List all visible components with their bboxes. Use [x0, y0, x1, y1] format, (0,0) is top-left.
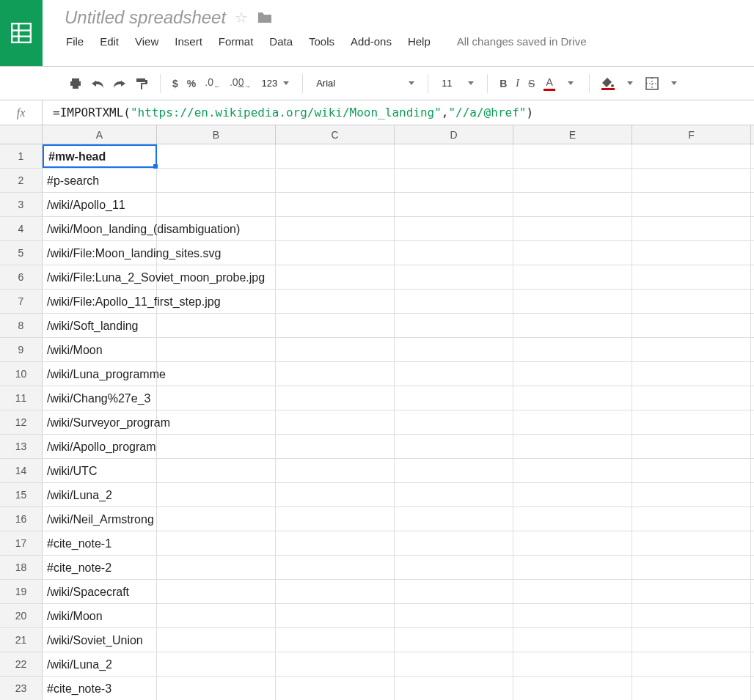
row-header[interactable]: 16 — [0, 507, 43, 531]
col-header-A[interactable]: A — [43, 125, 157, 144]
cell[interactable] — [513, 193, 632, 216]
cell[interactable]: #p-search — [43, 169, 157, 192]
cell[interactable] — [513, 556, 632, 579]
cell[interactable] — [395, 217, 513, 240]
cell[interactable] — [632, 217, 751, 240]
cell[interactable] — [157, 314, 276, 337]
print-button[interactable] — [65, 73, 87, 95]
cell[interactable] — [513, 677, 632, 700]
borders-caret[interactable] — [663, 73, 685, 95]
font-size-dropdown[interactable]: 11 — [436, 78, 480, 89]
cell[interactable]: /wiki/File:Apollo_11_first_step.jpg — [43, 290, 157, 313]
cell[interactable] — [395, 604, 513, 627]
cell[interactable] — [513, 459, 632, 482]
cell[interactable]: /wiki/Apollo_11 — [43, 193, 157, 216]
cell[interactable] — [157, 604, 276, 627]
row-header[interactable]: 5 — [0, 241, 43, 265]
cell[interactable]: /wiki/Moon_landing_(disambiguation) — [43, 217, 157, 240]
cell[interactable] — [513, 338, 632, 361]
cell[interactable] — [157, 338, 276, 361]
cell[interactable]: /wiki/File:Moon_landing_sites.svg — [43, 241, 157, 265]
cell[interactable] — [513, 628, 632, 652]
cell[interactable] — [276, 507, 395, 531]
menu-format[interactable]: Format — [219, 35, 254, 48]
cell[interactable] — [276, 314, 395, 337]
cell[interactable] — [276, 531, 395, 555]
col-header-D[interactable]: D — [395, 125, 513, 144]
cell[interactable] — [395, 483, 513, 506]
row-header[interactable]: 21 — [0, 628, 43, 652]
row-header[interactable]: 6 — [0, 265, 43, 289]
col-header-E[interactable]: E — [513, 125, 632, 144]
folder-icon[interactable] — [257, 11, 273, 24]
cell[interactable] — [632, 193, 751, 216]
cell[interactable] — [632, 531, 751, 555]
cell[interactable] — [276, 459, 395, 482]
cell[interactable] — [632, 435, 751, 458]
star-icon[interactable]: ☆ — [235, 9, 248, 26]
cell[interactable]: /wiki/Neil_Armstrong — [43, 507, 157, 531]
menu-help[interactable]: Help — [408, 35, 431, 48]
menu-view[interactable]: View — [135, 35, 158, 48]
cell[interactable] — [513, 290, 632, 313]
row-header[interactable]: 22 — [0, 652, 43, 676]
cell[interactable] — [276, 241, 395, 265]
cell[interactable] — [632, 290, 751, 313]
cell[interactable] — [513, 604, 632, 627]
row-header[interactable]: 19 — [0, 580, 43, 603]
sheets-logo[interactable] — [0, 0, 43, 66]
row-header[interactable]: 20 — [0, 604, 43, 627]
cell[interactable] — [157, 507, 276, 531]
undo-button[interactable] — [87, 73, 109, 95]
cell[interactable] — [157, 241, 276, 265]
cell[interactable]: /wiki/Moon — [43, 338, 157, 361]
cell[interactable] — [513, 483, 632, 506]
cell[interactable]: /wiki/Luna_programme — [43, 362, 157, 386]
italic-button[interactable]: I — [511, 78, 524, 89]
cell[interactable] — [395, 338, 513, 361]
row-header[interactable]: 2 — [0, 169, 43, 192]
menu-file[interactable]: File — [66, 35, 84, 48]
row-header[interactable]: 7 — [0, 290, 43, 313]
cell[interactable] — [395, 507, 513, 531]
cell[interactable] — [513, 652, 632, 676]
cell[interactable] — [632, 241, 751, 265]
cell[interactable] — [395, 628, 513, 652]
col-header-C[interactable]: C — [276, 125, 395, 144]
row-header[interactable]: 3 — [0, 193, 43, 216]
cell[interactable] — [276, 556, 395, 579]
cell[interactable] — [513, 435, 632, 458]
cell[interactable] — [157, 483, 276, 506]
row-header[interactable]: 8 — [0, 314, 43, 337]
cell[interactable]: /wiki/Soft_landing — [43, 314, 157, 337]
cell[interactable] — [513, 362, 632, 386]
cell[interactable] — [276, 362, 395, 386]
cell[interactable] — [395, 314, 513, 337]
cell[interactable] — [395, 531, 513, 555]
cell[interactable] — [395, 410, 513, 434]
cell[interactable] — [157, 677, 276, 700]
cell[interactable] — [157, 652, 276, 676]
cell[interactable] — [157, 580, 276, 603]
menu-insert[interactable]: Insert — [175, 35, 202, 48]
row-header[interactable]: 12 — [0, 410, 43, 434]
cell[interactable] — [513, 531, 632, 555]
cell[interactable] — [632, 652, 751, 676]
cell[interactable] — [157, 386, 276, 410]
font-dropdown[interactable]: Arial — [310, 78, 420, 89]
cell[interactable] — [513, 265, 632, 289]
formula-input[interactable]: =IMPORTXML("https://en.wikipedia.org/wik… — [43, 106, 754, 119]
cell[interactable] — [157, 144, 276, 168]
cell[interactable] — [276, 217, 395, 240]
cell[interactable] — [276, 483, 395, 506]
cell[interactable] — [395, 556, 513, 579]
cell[interactable] — [395, 459, 513, 482]
menu-addons[interactable]: Add-ons — [351, 35, 392, 48]
cell[interactable] — [276, 604, 395, 627]
menu-data[interactable]: Data — [269, 35, 293, 48]
cell[interactable] — [276, 265, 395, 289]
cell[interactable] — [513, 144, 632, 168]
cell[interactable] — [157, 531, 276, 555]
cell[interactable] — [395, 169, 513, 192]
cell[interactable]: /wiki/Luna_2 — [43, 652, 157, 676]
